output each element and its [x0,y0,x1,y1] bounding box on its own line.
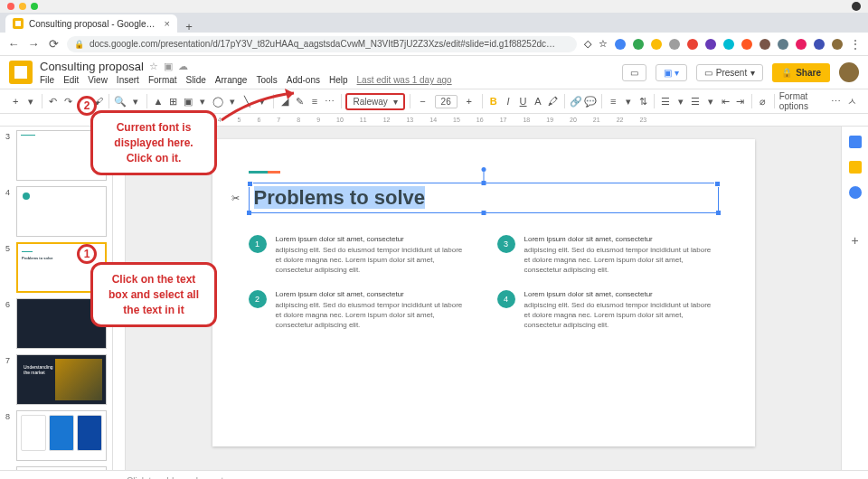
extension-icon[interactable] [633,39,644,50]
profile-avatar-icon[interactable] [832,39,843,50]
resize-handle[interactable] [481,211,486,215]
chevron-down-icon[interactable]: ▾ [675,93,687,109]
scissor-icon[interactable]: ✂ [231,193,240,204]
browser-tab[interactable]: Consulting proposal - Google… × [5,14,177,33]
align-button[interactable]: ≡ [607,93,619,109]
chevron-down-icon[interactable]: ▾ [621,93,634,109]
extension-icon[interactable] [814,39,825,50]
border-dash-button[interactable]: ⋯ [323,93,335,109]
extension-icon[interactable] [669,39,680,50]
slide-thumbnail[interactable] [16,466,107,470]
browser-menu-icon[interactable]: ⋮ [850,38,861,51]
extension-icon[interactable] [760,39,770,50]
maximize-window-icon[interactable] [31,3,38,10]
close-window-icon[interactable] [7,3,14,10]
document-title[interactable]: Consulting proposal [40,60,144,73]
resize-handle[interactable] [247,211,251,215]
move-document-icon[interactable]: ▣ [164,61,173,72]
underline-button[interactable]: U [516,93,529,109]
menu-dot-icon[interactable] [852,2,861,11]
image-tool[interactable]: ▣ [182,93,194,109]
resize-handle[interactable] [481,181,486,185]
undo-button[interactable]: ↶ [47,93,60,109]
star-document-icon[interactable]: ☆ [149,61,158,72]
redo-button[interactable]: ↷ [61,93,74,109]
add-addon-icon[interactable]: + [851,233,858,248]
zoom-button[interactable]: 🔍 [114,93,127,109]
close-tab-icon[interactable]: × [165,18,170,29]
menu-arrange[interactable]: Arrange [215,75,248,85]
star-icon[interactable]: ☆ [599,38,608,50]
account-avatar[interactable] [839,62,859,82]
select-tool[interactable]: ▲ [152,93,165,109]
format-options-button[interactable]: Format options [779,91,827,111]
share-button[interactable]: 🔒 Share [772,63,830,82]
menu-tools[interactable]: Tools [256,75,277,85]
bold-button[interactable]: B [487,93,500,109]
extension-icon[interactable] [651,39,662,50]
slideshow-dropdown[interactable]: ▣ ▾ [656,64,687,81]
menu-help[interactable]: Help [329,75,348,85]
decrease-font-button[interactable]: − [415,93,431,109]
keep-icon[interactable] [849,161,862,174]
chevron-down-icon[interactable]: ▾ [129,93,142,109]
decrease-indent-button[interactable]: ⇤ [719,93,731,109]
chevron-down-icon[interactable]: ▾ [24,93,36,109]
border-weight-button[interactable]: ≡ [308,93,321,109]
menu-file[interactable]: File [40,75,54,85]
menu-edit[interactable]: Edit [63,75,79,85]
content-item[interactable]: 4Lorem ipsum dolor sit amet, consectetur… [497,290,719,331]
new-tab-button[interactable]: + [183,20,195,33]
extension-icon[interactable] [796,39,807,50]
slides-logo-icon[interactable] [9,61,33,84]
insert-link-button[interactable]: 🔗 [569,93,581,109]
font-size-input[interactable]: 26 [435,95,458,108]
extension-icon[interactable] [723,39,734,50]
cloud-status-icon[interactable]: ☁ [178,61,188,72]
increase-font-button[interactable]: + [461,93,477,109]
slide-body[interactable]: 1Lorem ipsum dolor sit amet, consectetur… [249,235,719,330]
numbered-list-button[interactable]: ☰ [659,93,672,109]
extension-icon[interactable] [687,39,698,50]
content-item[interactable]: 2Lorem ipsum dolor sit amet, consectetur… [249,290,470,331]
back-button[interactable]: ← [7,38,20,51]
comments-button[interactable]: ▭ [622,64,646,81]
slide-title-text[interactable]: Problems to solve [254,186,426,209]
content-item[interactable]: 3Lorem ipsum dolor sit amet, consectetur… [497,235,719,276]
extension-icon[interactable] [705,39,716,50]
slide[interactable]: ✂ Problems to solve 1Lorem ipsum dolor s… [212,139,755,446]
chevron-down-icon[interactable]: ▾ [703,93,716,109]
slide-thumbnail[interactable] [16,410,107,461]
extension-icon[interactable] [615,39,626,50]
qr-icon[interactable]: ◇ [584,38,591,50]
menu-format[interactable]: Format [148,75,177,85]
last-edit-link[interactable]: Last edit was 1 day ago [357,75,452,85]
collapse-toolbar-button[interactable]: ㅅ [846,93,859,109]
slide-thumbnail[interactable]: Understanding the market [16,354,107,405]
present-button[interactable]: ▭ Present ▾ [696,64,763,81]
text-color-button[interactable]: A [532,93,544,109]
calendar-icon[interactable] [849,136,862,148]
more-tools-button[interactable]: ⋯ [829,93,842,109]
menu-slide[interactable]: Slide [186,75,206,85]
slide-canvas-area[interactable]: ✂ Problems to solve 1Lorem ipsum dolor s… [126,127,841,470]
resize-handle[interactable] [716,211,721,215]
forward-button[interactable]: → [27,38,40,51]
reload-button[interactable]: ⟳ [47,38,60,51]
font-selector[interactable]: Raleway ▾ [345,93,404,110]
new-slide-button[interactable]: + [9,93,22,109]
slide-thumbnail[interactable] [16,186,107,237]
insert-comment-button[interactable]: 💬 [584,93,597,109]
increase-indent-button[interactable]: ⇥ [733,93,746,109]
line-spacing-button[interactable]: ⇅ [637,93,649,109]
extension-icon[interactable] [741,39,752,50]
url-input[interactable]: 🔒 docs.google.com/presentation/d/17pY3V_… [67,36,577,52]
menu-addons[interactable]: Add-ons [287,75,320,85]
chevron-down-icon[interactable]: ▾ [196,93,209,109]
textbox-tool[interactable]: ⊞ [166,93,179,109]
content-item[interactable]: 1Lorem ipsum dolor sit amet, consectetur… [249,235,470,276]
italic-button[interactable]: I [502,93,514,109]
bulleted-list-button[interactable]: ☰ [689,93,702,109]
clear-formatting-button[interactable]: ⌀ [756,93,769,109]
minimize-window-icon[interactable] [19,3,26,10]
